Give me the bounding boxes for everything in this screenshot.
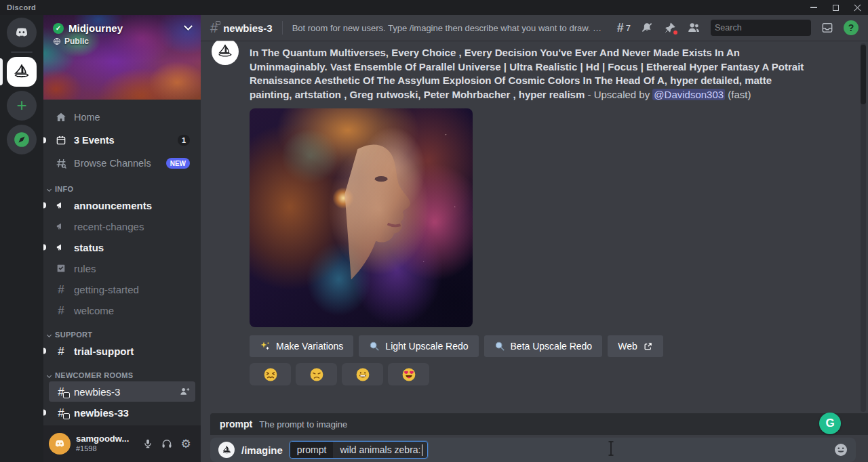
command-option-pill[interactable]: prompt wild animals zebra: [290, 441, 428, 459]
server-midjourney-button[interactable] [7, 57, 37, 87]
reaction-confounded-face[interactable] [250, 363, 291, 385]
close-button[interactable] [846, 0, 868, 15]
maximize-button[interactable] [825, 0, 846, 15]
upscaled-note: - Upscaled by [585, 89, 652, 100]
avatar[interactable] [49, 433, 71, 455]
channel-trial-support[interactable]: # trial-support [49, 341, 195, 361]
search-box[interactable] [711, 20, 811, 36]
sailboat-icon [221, 444, 233, 456]
reaction-disappointed-face[interactable] [296, 363, 337, 385]
threads-count: 7 [626, 23, 631, 33]
section-newcomer-rooms[interactable]: NEWCOMER ROOMS [43, 362, 201, 381]
channel-recent-changes[interactable]: recent-changes [49, 216, 195, 236]
generated-image[interactable] [250, 108, 473, 327]
sidebar-item-browse-channels[interactable]: Browse Channels NEW [49, 152, 195, 174]
pinned-messages-button[interactable] [663, 21, 677, 35]
pin-notification-dot [673, 30, 678, 35]
user-settings-button[interactable]: ⚙ [176, 434, 195, 453]
button-label: Make Variations [276, 341, 343, 352]
message: In The Quantum Multiverses, Every Choice… [212, 46, 868, 385]
user-mention[interactable]: @Davidson303 [652, 89, 725, 100]
minimize-button[interactable] [803, 0, 825, 15]
channel-name: rules [74, 263, 96, 274]
server-header[interactable]: ✓ Midjourney [43, 15, 201, 34]
grammarly-button[interactable]: G [819, 413, 841, 434]
chevron-down-icon [184, 22, 193, 30]
channel-getting-started[interactable]: # getting-started [49, 279, 195, 299]
browse-channels-icon [54, 157, 68, 169]
mute-microphone-button[interactable] [138, 434, 157, 453]
deafen-button[interactable] [157, 434, 176, 453]
members-icon [686, 20, 701, 35]
mouse-text-cursor [607, 440, 615, 459]
close-icon [854, 4, 861, 12]
invite-people-icon[interactable] [179, 386, 190, 397]
new-badge: NEW [166, 158, 190, 169]
option-value-input[interactable]: wild animals zebra: [333, 442, 427, 458]
unread-pill [43, 245, 46, 251]
member-list-button[interactable] [686, 20, 701, 35]
section-title: NEWCOMER ROOMS [55, 371, 133, 379]
beta-upscale-redo-button[interactable]: Beta Upscale Redo [484, 335, 603, 357]
globe-icon [53, 37, 61, 45]
channel-announcements[interactable]: announcements [49, 195, 195, 215]
slash-command-autocomplete[interactable]: prompt The prompt to imagine G [210, 413, 868, 435]
threads-button[interactable]: # 7 [617, 21, 631, 35]
search-input[interactable] [715, 23, 824, 33]
speed-note: (fast) [725, 89, 751, 100]
channel-welcome[interactable]: # welcome [49, 300, 195, 320]
discord-home-button[interactable] [7, 18, 37, 47]
sidebar-item-events[interactable]: 3 Events 1 [49, 129, 195, 151]
reaction-heart-eyes-face[interactable] [388, 363, 429, 385]
main-chat-area: # newbies-3 Bot room for new users. Type… [201, 15, 868, 462]
channel-newbies-3[interactable]: # newbies-3 [49, 381, 195, 402]
channel-rules[interactable]: rules [49, 258, 195, 278]
discord-logo-icon [13, 24, 31, 41]
user-info[interactable]: samgoodw... #1598 [76, 434, 129, 453]
channel-name: recent-changes [74, 221, 144, 232]
option-value-text: wild animals zebra: [340, 444, 420, 455]
option-name: prompt [290, 442, 334, 458]
channel-header: # newbies-3 Bot room for new users. Type… [201, 15, 868, 41]
emoji-picker-button[interactable] [834, 443, 848, 457]
autocomplete-option[interactable]: prompt [220, 419, 252, 429]
button-label: Beta Upscale Redo [511, 341, 593, 352]
section-info[interactable]: INFO [43, 175, 201, 195]
notification-settings-button[interactable] [640, 21, 654, 35]
channel-newbies-33[interactable]: # newbies-33 [49, 402, 195, 423]
inbox-button[interactable] [821, 21, 834, 35]
reaction-grinning-face[interactable] [342, 363, 383, 385]
server-rail: + [0, 15, 43, 462]
selected-server-pill [0, 58, 3, 85]
disappointed-face-icon [310, 368, 323, 381]
channel-hash-icon: # [210, 20, 218, 36]
section-support[interactable]: SUPPORT [43, 321, 201, 341]
hash-chat-icon: # [54, 386, 68, 398]
channel-topic[interactable]: Bot room for new users. Type /imagine th… [292, 23, 605, 33]
make-variations-button[interactable]: Make Variations [250, 335, 353, 357]
question-mark-icon: ? [848, 22, 854, 33]
help-button[interactable]: ? [844, 20, 859, 35]
channel-status[interactable]: status [49, 237, 195, 257]
message-body: In The Quantum Multiverses, Every Choice… [250, 46, 816, 385]
sidebar-item-home[interactable]: Home [49, 106, 195, 128]
channel-title: newbies-3 [223, 22, 273, 34]
hash-icon: # [54, 284, 68, 295]
user-discriminator: #1598 [76, 444, 129, 453]
button-label: Light Upscale Redo [385, 341, 468, 352]
grinning-face-icon [356, 368, 370, 381]
light-upscale-redo-button[interactable]: Light Upscale Redo [359, 335, 478, 357]
unread-pill [43, 138, 46, 144]
web-button[interactable]: Web [608, 335, 663, 357]
add-server-button[interactable]: + [7, 91, 37, 121]
message-list: In The Quantum Multiverses, Every Choice… [201, 41, 868, 413]
plus-icon: + [16, 96, 26, 116]
server-banner[interactable]: ✓ Midjourney Public [43, 15, 201, 100]
megaphone-icon [54, 200, 68, 211]
channel-name: newbies-3 [74, 386, 120, 398]
message-composer[interactable]: /imagine prompt wild animals zebra: [210, 438, 856, 462]
message-text: In The Quantum Multiverses, Every Choice… [250, 46, 816, 102]
explore-servers-button[interactable] [7, 125, 37, 154]
sidebar-item-label: Browse Channels [74, 158, 151, 169]
bot-avatar[interactable] [212, 41, 239, 65]
